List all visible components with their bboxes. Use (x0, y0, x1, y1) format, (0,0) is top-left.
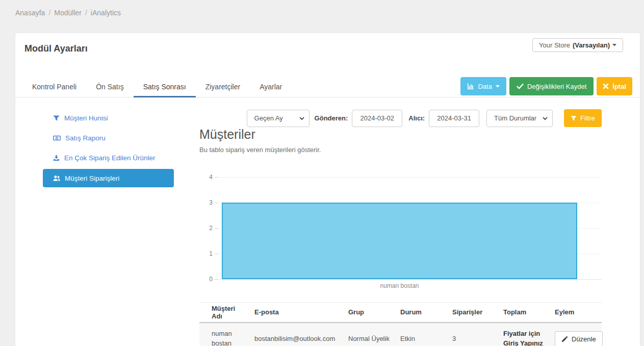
store-selector-button[interactable]: Your Store (Varsayılan) (532, 38, 623, 52)
table-row: numan bostan bostanbilisim@outlook.com N… (199, 323, 602, 346)
breadcrumb-separator: / (48, 9, 50, 17)
tab-ziyaretciler[interactable]: Ziyaretçiler (196, 78, 250, 97)
report-sidebar: Müşteri Hunisi Satış Raporu En Çok Sipar… (43, 108, 174, 188)
column-header-eposta: E-posta (250, 303, 344, 323)
breadcrumb-separator: / (85, 9, 87, 17)
page-title: Modül Ayarları (24, 43, 88, 54)
customers-table: Müşteri Adı E-posta Grup Durum Siparişle… (199, 302, 602, 346)
chevron-down-icon (299, 117, 304, 120)
sidebar-item-label: Satış Raporu (65, 134, 106, 142)
tab-on-satis[interactable]: Ön Satış (86, 78, 133, 97)
close-icon (603, 83, 609, 89)
period-select-value: Geçen Ay (254, 114, 283, 122)
status-select[interactable]: Tüm Durumlar (486, 110, 553, 127)
cell-total: Fiyatlar için Giriş Yapınız (499, 323, 551, 346)
y-tick-mark (215, 254, 218, 254)
sidebar-item-satis-raporu[interactable]: Satış Raporu (43, 128, 174, 148)
toolbar: Data Değişiklikleri Kaydet İptal (460, 77, 632, 95)
y-tick-label: 0 (199, 276, 213, 283)
module-settings-card: Modül Ayarları Your Store (Varsayılan) K… (15, 33, 640, 346)
date-from-input[interactable] (352, 110, 402, 127)
filter-button-label: Filtre (580, 114, 595, 122)
tab-ayarlar[interactable]: Ayarlar (250, 78, 292, 97)
column-header-durum: Durum (396, 303, 448, 323)
check-icon (517, 83, 524, 90)
download-icon (53, 155, 60, 161)
banknote-icon (53, 135, 61, 141)
period-select[interactable]: Geçen Ay (247, 110, 310, 127)
cell-customer-name: numan bostan (199, 323, 250, 346)
chevron-down-icon (543, 117, 548, 120)
store-name: Your Store (539, 41, 570, 49)
cancel-button-label: İptal (612, 83, 626, 90)
cell-group: Normal Üyelik (344, 323, 396, 346)
breadcrumb-link-moduller[interactable]: Modüller (54, 9, 82, 17)
column-header-grup: Grup (344, 303, 396, 323)
chart-bar[interactable] (222, 203, 577, 279)
y-tick-mark (215, 177, 218, 178)
edit-button[interactable]: Düzenle (555, 331, 603, 346)
filter-button[interactable]: Filtre (564, 109, 602, 127)
users-icon (53, 175, 60, 182)
status-select-value: Tüm Durumlar (494, 114, 536, 122)
caret-down-icon (612, 44, 616, 46)
y-tick-mark (215, 228, 218, 229)
filter-bar: Geçen Ay Gönderen: Alıcı: Tüm Durumlar F… (199, 109, 602, 127)
cancel-button[interactable]: İptal (597, 77, 632, 95)
y-tick-mark (215, 203, 218, 203)
section-title: Müşteriler (199, 127, 255, 142)
y-tick-mark (215, 279, 218, 280)
tab-satis-sonrasi[interactable]: Satış Sonrası (134, 78, 196, 97)
cell-status: Etkin (396, 323, 448, 346)
x-axis-line (219, 279, 602, 280)
y-tick-label: 1 (199, 250, 213, 257)
sidebar-item-en-cok-siparis-edilen-urunler[interactable]: En Çok Sipariş Edilen Ürünler (43, 148, 174, 168)
y-tick-label: 2 (199, 225, 213, 232)
y-tick-label: 3 (199, 199, 213, 206)
funnel-icon (571, 115, 577, 121)
customers-bar-chart: 4 3 2 1 0 numan bostan (199, 177, 602, 279)
breadcrumb-current: iAnalytics (91, 9, 121, 17)
cell-orders: 3 (448, 323, 499, 346)
funnel-icon (53, 115, 60, 121)
data-button-label: Data (478, 83, 492, 90)
save-changes-button[interactable]: Değişiklikleri Kaydet (509, 77, 594, 95)
column-header-siparisler: Siparişler (448, 303, 499, 323)
sidebar-item-label: Müşteri Siparişleri (65, 175, 119, 182)
column-header-toplam: Toplam (499, 303, 551, 323)
column-header-musteri-adi: Müşteri Adı (199, 303, 250, 323)
edit-button-label: Düzenle (572, 335, 596, 343)
save-button-label: Değişiklikleri Kaydet (527, 83, 586, 90)
page: Anasayfa / Modüller / iAnalytics Modül A… (0, 0, 644, 346)
date-to-label: Alıcı: (408, 114, 425, 122)
date-to-input[interactable] (429, 110, 479, 127)
breadcrumb: Anasayfa / Modüller / iAnalytics (15, 9, 121, 17)
caret-down-icon (496, 85, 500, 88)
sidebar-item-musteri-siparisleri[interactable]: Müşteri Siparişleri (43, 169, 174, 187)
data-dropdown-button[interactable]: Data (460, 77, 506, 95)
x-category-label: numan bostan (222, 282, 577, 289)
breadcrumb-link-anasayfa[interactable]: Anasayfa (15, 9, 45, 17)
tab-kontrol-paneli[interactable]: Kontrol Paneli (22, 78, 86, 97)
bar-chart-icon (467, 83, 474, 90)
sidebar-item-musteri-hunisi[interactable]: Müşteri Hunisi (43, 108, 174, 128)
pencil-icon (561, 336, 568, 342)
store-default-suffix: (Varsayılan) (573, 41, 610, 49)
column-header-eylem: Eylem (551, 303, 602, 323)
sidebar-item-label: En Çok Sipariş Edilen Ürünler (64, 154, 156, 162)
gridline (219, 177, 602, 178)
section-subtitle: Bu tablo sipariş veren müşterileri göste… (199, 146, 321, 154)
cell-email: bostanbilisim@outlook.com (250, 323, 344, 346)
y-tick-label: 4 (199, 174, 213, 181)
date-from-label: Gönderen: (315, 114, 348, 122)
table-header-row: Müşteri Adı E-posta Grup Durum Siparişle… (199, 303, 602, 323)
sidebar-item-label: Müşteri Hunisi (64, 114, 108, 122)
